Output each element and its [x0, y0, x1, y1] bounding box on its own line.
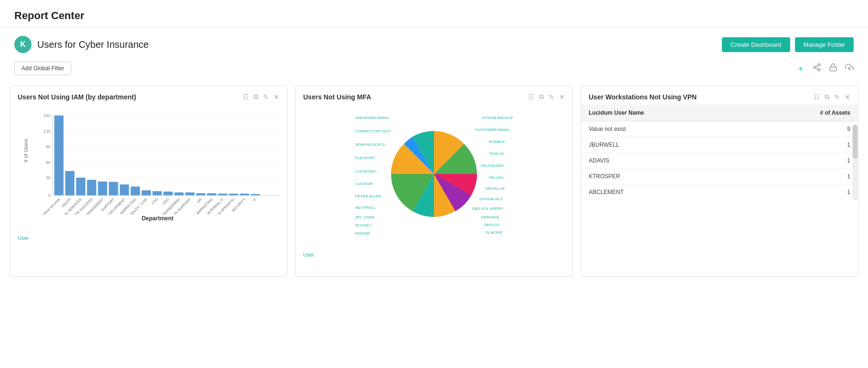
table-row: ADAVIS1 — [581, 153, 858, 169]
svg-text:CONNECTOR-TEST: CONNECTOR-TEST — [355, 129, 391, 133]
svg-text:HR: HR — [196, 197, 203, 204]
table-row: JBURWELL1 — [581, 137, 858, 153]
page-header: Report Center — [0, 0, 868, 27]
bar-product-mgmt — [98, 182, 107, 195]
lock-icon[interactable] — [829, 63, 837, 74]
cell-user-name: JBURWELL — [581, 137, 749, 153]
cell-assets: 9 — [749, 121, 858, 137]
bar-chart-svg: 150 120 90 60 30 0 — [36, 105, 279, 215]
cell-assets: 1 — [749, 153, 858, 169]
close-icon[interactable]: ✕ — [274, 93, 279, 101]
svg-text:API_USER: API_USER — [355, 215, 374, 219]
col-user-name: Lucidum User Name — [581, 105, 749, 121]
close-icon-vpn[interactable]: ✕ — [845, 93, 850, 101]
svg-text:PETER.ALLEN: PETER.ALLEN — [355, 194, 381, 198]
svg-text:120: 120 — [43, 129, 51, 134]
report-title-area: K Users for Cyber Insurance — [14, 36, 148, 53]
table-row: KTROSPER1 — [581, 169, 858, 184]
copy-icon-vpn[interactable]: ⧉ — [825, 93, 829, 101]
bar-it — [251, 194, 260, 195]
pie-chart-svg: SHENGWEI.WANG CONNECTOR-TEST JENKINS-ECR… — [303, 105, 565, 243]
svg-text:NEXTROLL: NEXTROLL — [355, 206, 376, 210]
card-vpn-header: User Workstations Not Using VPN ☷ ⧉ ✎ ✕ — [581, 86, 858, 105]
svg-text:PALLEN: PALLEN — [489, 175, 503, 180]
close-icon-mfa[interactable]: ✕ — [559, 93, 565, 101]
report-header: K Users for Cyber Insurance Create Dashb… — [0, 27, 868, 58]
edit-icon-mfa[interactable]: ✎ — [549, 93, 554, 101]
svg-text:TASKUS: TASKUS — [489, 152, 504, 156]
svg-text:RUMBLE: RUMBLE — [489, 140, 505, 144]
svg-text:LUCIDUMD...: LUCIDUMD... — [355, 169, 379, 173]
svg-text:JENKINS-ECR-D...: JENKINS-ECR-D... — [355, 142, 388, 147]
bar-development — [120, 184, 129, 195]
bar-professional — [76, 178, 85, 195]
bar-sales-mkt — [207, 193, 216, 195]
page: Report Center K Users for Cyber Insuranc… — [0, 0, 868, 368]
card-iam-footer: User — [10, 231, 287, 245]
svg-text:150: 150 — [43, 113, 51, 118]
svg-line-4 — [815, 65, 818, 66]
table-icon-mfa[interactable]: ☷ — [528, 93, 534, 101]
svg-text:GITHUB-BACKUP: GITHUB-BACKUP — [482, 116, 513, 120]
bar-hr — [196, 193, 205, 195]
manage-folder-button[interactable]: Manage Folder — [795, 37, 854, 52]
bar-security — [240, 194, 249, 195]
add-icon[interactable]: ＋ — [796, 63, 805, 74]
svg-text:GITHUB-ACT...: GITHUB-ACT... — [479, 197, 506, 201]
filter-bar: Add Global Filter ＋ — [0, 58, 868, 81]
cell-assets: 1 — [749, 184, 858, 200]
card-mfa: Users Not Using MFA ☷ ⧉ ✎ ✕ — [295, 86, 573, 277]
card-iam-title: Users Not Using IAM (by department) — [18, 93, 136, 101]
svg-text:LUCIDUM: LUCIDUM — [355, 182, 373, 186]
card-mfa-icons: ☷ ⧉ ✎ ✕ — [528, 93, 565, 101]
cell-user-name: Value not exist — [581, 121, 749, 137]
copy-icon[interactable]: ⧉ — [254, 93, 258, 101]
add-global-filter-button[interactable]: Add Global Filter — [14, 62, 71, 75]
page-title: Report Center — [14, 10, 854, 22]
copy-icon-mfa[interactable]: ⧉ — [539, 93, 544, 101]
bar-sales-coe — [142, 190, 151, 195]
svg-rect-5 — [830, 67, 836, 71]
table-icon-vpn[interactable]: ☷ — [814, 93, 820, 101]
bar-ps-support — [185, 193, 194, 195]
edit-icon-vpn[interactable]: ✎ — [834, 93, 840, 101]
upload-icon[interactable] — [845, 63, 854, 74]
card-vpn-title: User Workstations Not Using VPN — [589, 93, 697, 101]
card-mfa-body: SHENGWEI.WANG CONNECTOR-TEST JENKINS-ECR… — [296, 105, 572, 248]
svg-text:SAUCELABS: SAUCELABS — [481, 163, 504, 168]
svg-text:90: 90 — [46, 144, 51, 149]
cell-user-name: KTROSPER — [581, 169, 749, 184]
svg-text:CTO: CTO — [151, 197, 159, 206]
svg-text:GLACIER: GLACIER — [486, 230, 502, 235]
bar-customer-success — [87, 180, 96, 195]
create-dashboard-button[interactable]: Create Dashboard — [722, 37, 790, 52]
svg-text:IT: IT — [252, 197, 257, 202]
table-row: Value not exist9 — [581, 121, 858, 137]
cell-user-name: ADAVIS — [581, 153, 749, 169]
svg-text:CEO: CEO — [161, 197, 170, 206]
share-icon[interactable] — [813, 63, 821, 74]
card-mfa-title: Users Not Using MFA — [303, 93, 371, 101]
bar-ceo — [163, 192, 172, 195]
table-icon[interactable]: ☷ — [243, 93, 249, 101]
svg-text:FLEXPORT: FLEXPORT — [355, 156, 375, 160]
edit-icon[interactable]: ✎ — [263, 93, 269, 101]
svg-text:CUSTOMER-MANA...: CUSTOMER-MANA... — [475, 128, 512, 132]
scrollbar-track — [852, 125, 858, 200]
bar-cto — [152, 191, 161, 195]
svg-text:ROCKET: ROCKET — [355, 223, 371, 227]
scrollbar-area[interactable] — [852, 125, 858, 200]
header-actions: Create Dashboard Manage Folder — [722, 37, 854, 52]
svg-text:0: 0 — [48, 193, 51, 198]
svg-text:MEDALLIA: MEDALLIA — [486, 186, 505, 191]
card-vpn: User Workstations Not Using VPN ☷ ⧉ ✎ ✕ … — [581, 86, 858, 277]
dashboards-area: Users Not Using IAM (by department) ☷ ⧉ … — [0, 81, 868, 286]
svg-text:60: 60 — [46, 160, 51, 165]
vpn-table: Lucidum User Name # of Assets Value not … — [581, 105, 858, 200]
bar-value-not-exist — [54, 116, 64, 195]
col-assets: # of Assets — [749, 105, 858, 121]
card-iam-footer-label: User — [18, 235, 29, 241]
scrollbar-thumb[interactable] — [853, 125, 857, 159]
filter-icons: ＋ — [796, 63, 854, 74]
card-iam-icons: ☷ ⧉ ✎ ✕ — [243, 93, 279, 101]
